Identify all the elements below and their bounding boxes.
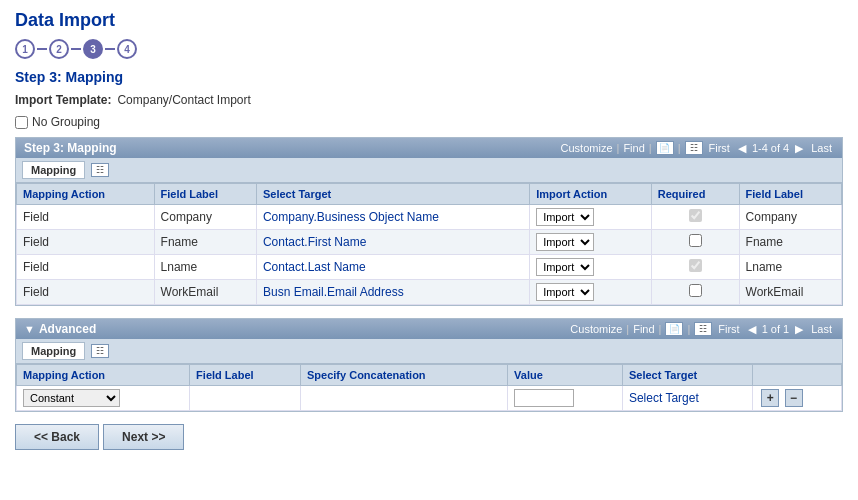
mapping-pagination: 1-4 of 4 [752,142,789,154]
row-select-target-3: Busn Email.Email Address [256,280,529,305]
mapping-section: Step 3: Mapping Customize | Find | 📄 | ☷… [15,137,843,306]
advanced-tab-icon[interactable]: ☷ [91,344,109,358]
mapping-section-header: Step 3: Mapping Customize | Find | 📄 | ☷… [16,138,842,158]
step-1[interactable]: 1 [15,39,35,59]
row-select-target-2: Contact.Last Name [256,255,529,280]
import-template-row: Import Template: Company/Contact Import [15,93,843,107]
step-line-1 [37,48,47,50]
adv-col-concatenation: Specify Concatenation [301,365,508,386]
mapping-row-3: Field WorkEmail Busn Email.Email Address… [17,280,842,305]
advanced-grid-icon[interactable]: ☷ [694,322,712,336]
row-select-target-0: Company.Business Object Name [256,205,529,230]
import-action-select-0[interactable]: Import Map [536,208,594,226]
row-import-action-1: Import Map [530,230,652,255]
select-target-link-2[interactable]: Contact.Last Name [263,260,366,274]
next-button[interactable]: Next >> [103,424,184,450]
advanced-section-header: ▼ Advanced Customize | Find | 📄 | ☷ Firs… [16,319,842,339]
mapping-prev-btn[interactable]: ◀ [736,142,748,155]
mapping-grid-icon[interactable]: ☷ [685,141,703,155]
mapping-row-0: Field Company Company.Business Object Na… [17,205,842,230]
select-target-link-0[interactable]: Company.Business Object Name [263,210,439,224]
import-action-select-1[interactable]: Import Map [536,233,594,251]
step-line-2 [71,48,81,50]
remove-row-btn[interactable]: − [785,389,803,407]
adv-select-target-cell: Select Target [622,386,752,411]
advanced-customize-link[interactable]: Customize [570,323,622,335]
row-field-label2-1: Fname [739,230,841,255]
mapping-tab-bar: Mapping ☷ [16,158,842,183]
mapping-row-1: Field Fname Contact.First Name Import Ma… [17,230,842,255]
row-field-label-2: Lname [154,255,256,280]
required-checkbox-1[interactable] [689,234,702,247]
step-4[interactable]: 4 [117,39,137,59]
col-select-target: Select Target [256,184,529,205]
adv-col-mapping-action: Mapping Action [17,365,190,386]
step-2[interactable]: 2 [49,39,69,59]
advanced-table: Mapping Action Field Label Specify Conca… [16,364,842,411]
no-grouping-label: No Grouping [32,115,100,129]
row-select-target-1: Contact.First Name [256,230,529,255]
mapping-next-btn[interactable]: ▶ [793,142,805,155]
advanced-prev-btn[interactable]: ◀ [746,323,758,336]
required-checkbox-0 [689,209,702,222]
advanced-row: Constant Field Concatenation Select Targ… [17,386,842,411]
row-required-1 [651,230,739,255]
adv-value-input[interactable] [514,389,574,407]
adv-action-select[interactable]: Constant Field Concatenation [23,389,120,407]
adv-field-label-cell [190,386,301,411]
row-required-0 [651,205,739,230]
no-grouping-checkbox[interactable] [15,116,28,129]
import-action-select-3[interactable]: Import Map [536,283,594,301]
row-field-label-0: Company [154,205,256,230]
mapping-row-2: Field Lname Contact.Last Name Import Map… [17,255,842,280]
steps-row: 1 2 3 4 [15,39,843,59]
back-button[interactable]: << Back [15,424,99,450]
required-checkbox-2 [689,259,702,272]
step-line-3 [105,48,115,50]
step-3[interactable]: 3 [83,39,103,59]
advanced-page-icon[interactable]: 📄 [665,322,683,336]
row-field-label-3: WorkEmail [154,280,256,305]
required-checkbox-3[interactable] [689,284,702,297]
mapping-customize-link[interactable]: Customize [561,142,613,154]
import-action-select-2[interactable]: Import Map [536,258,594,276]
advanced-tab[interactable]: Mapping [22,342,85,360]
col-field-label: Field Label [154,184,256,205]
collapse-icon[interactable]: ▼ [24,323,35,335]
step-heading: Step 3: Mapping [15,69,843,85]
advanced-section: ▼ Advanced Customize | Find | 📄 | ☷ Firs… [15,318,843,412]
mapping-page-icon[interactable]: 📄 [656,141,674,155]
adv-col-field-label: Field Label [190,365,301,386]
mapping-tab-icon[interactable]: ☷ [91,163,109,177]
mapping-table: Mapping Action Field Label Select Target… [16,183,842,305]
advanced-tab-bar: Mapping ☷ [16,339,842,364]
advanced-next-btn[interactable]: ▶ [793,323,805,336]
row-mapping-action-2: Field [17,255,155,280]
adv-action-cell: Constant Field Concatenation [17,386,190,411]
row-import-action-0: Import Map [530,205,652,230]
advanced-section-title: Advanced [39,322,96,336]
mapping-tab[interactable]: Mapping [22,161,85,179]
page-title: Data Import [15,10,843,31]
advanced-last-btn[interactable]: Last [809,323,834,335]
mapping-first-btn[interactable]: First [707,142,732,154]
import-template-value: Company/Contact Import [117,93,250,107]
col-field-label2: Field Label [739,184,841,205]
advanced-find-link[interactable]: Find [633,323,654,335]
adv-col-actions [753,365,842,386]
mapping-find-link[interactable]: Find [623,142,644,154]
col-required: Required [651,184,739,205]
mapping-section-title: Step 3: Mapping [24,141,117,155]
select-target-link[interactable]: Select Target [629,391,699,405]
advanced-first-btn[interactable]: First [716,323,741,335]
select-target-link-1[interactable]: Contact.First Name [263,235,366,249]
row-field-label-1: Fname [154,230,256,255]
row-field-label2-2: Lname [739,255,841,280]
mapping-last-btn[interactable]: Last [809,142,834,154]
add-row-btn[interactable]: + [761,389,779,407]
import-template-label: Import Template: [15,93,111,107]
bottom-buttons: << Back Next >> [15,424,843,450]
row-mapping-action-0: Field [17,205,155,230]
adv-value-cell [508,386,623,411]
select-target-link-3[interactable]: Busn Email.Email Address [263,285,404,299]
